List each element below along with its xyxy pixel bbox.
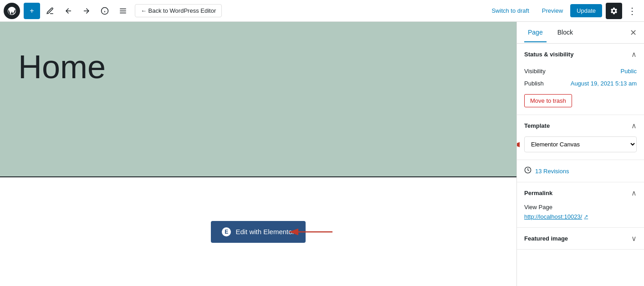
main-layout: Home E Edit with Element xyxy=(0,22,644,286)
tab-page[interactable]: Page xyxy=(524,23,547,42)
more-options-icon: ⋮ xyxy=(628,5,637,16)
featured-image-title: Featured image xyxy=(524,235,568,242)
visibility-label: Visibility xyxy=(524,68,546,75)
update-label: Update xyxy=(577,7,596,14)
info-button[interactable] xyxy=(97,3,113,19)
back-to-wp-editor-button[interactable]: ← Back to WordPress Editor xyxy=(135,4,222,17)
canvas-area: Home E Edit with Element xyxy=(0,22,516,286)
permalink-header[interactable]: Permalink ∧ xyxy=(517,182,644,204)
svg-rect-3 xyxy=(120,8,126,9)
canvas-green-section: Home xyxy=(0,22,516,176)
edit-with-elementor-label: Edit with Elementor xyxy=(235,228,294,236)
revisions-label[interactable]: 13 Revisions xyxy=(535,168,569,175)
publish-value[interactable]: August 19, 2021 5:13 am xyxy=(571,80,637,87)
template-select[interactable]: Elementor Canvas Default Template Elemen… xyxy=(524,136,637,152)
template-select-wrapper: Elementor Canvas Default Template Elemen… xyxy=(524,136,637,152)
status-visibility-section: Status & visibility ∧ Visibility Public … xyxy=(517,44,644,115)
svg-rect-5 xyxy=(120,12,126,13)
template-content: Elementor Canvas Default Template Elemen… xyxy=(517,136,644,160)
permalink-title: Permalink xyxy=(524,190,552,196)
toolbar: + ← Back to WordPress Editor Switch to d… xyxy=(0,0,644,22)
edit-with-elementor-button[interactable]: E Edit with Elementor xyxy=(211,221,305,243)
template-title: Template xyxy=(524,122,550,129)
add-icon: + xyxy=(30,7,34,15)
permalink-link[interactable]: http://localhost:10023/ ↗ xyxy=(524,213,637,220)
visibility-row: Visibility Public xyxy=(524,65,637,77)
back-button-label: ← Back to WordPress Editor xyxy=(141,7,216,14)
status-visibility-title: Status & visibility xyxy=(524,51,573,58)
undo-icon xyxy=(64,7,72,15)
preview-button[interactable]: Preview xyxy=(537,5,568,17)
canvas-content: Home E Edit with Element xyxy=(0,22,516,286)
featured-image-collapse-icon: ∨ xyxy=(631,234,637,243)
list-view-icon xyxy=(119,7,127,15)
preview-label: Preview xyxy=(542,7,563,14)
status-visibility-content: Visibility Public Publish August 19, 202… xyxy=(517,65,644,115)
move-to-trash-label: Move to trash xyxy=(530,97,566,104)
permalink-collapse-icon: ∧ xyxy=(631,189,637,197)
info-icon xyxy=(101,7,109,15)
sidebar-content: Status & visibility ∧ Visibility Public … xyxy=(517,44,644,286)
page-title: Home xyxy=(18,49,498,85)
move-to-trash-button[interactable]: Move to trash xyxy=(524,94,572,107)
template-section: Template ∧ xyxy=(517,115,644,160)
svg-rect-4 xyxy=(120,10,126,11)
update-button[interactable]: Update xyxy=(570,4,602,17)
view-page-label: View Page xyxy=(524,204,637,211)
tab-block[interactable]: Block xyxy=(554,23,577,42)
publish-label: Publish xyxy=(524,80,544,87)
publish-row: Publish August 19, 2021 5:13 am xyxy=(524,77,637,90)
wordpress-icon xyxy=(7,6,16,15)
switch-to-draft-label: Switch to draft xyxy=(491,7,529,14)
revisions-section: 13 Revisions xyxy=(517,160,644,182)
more-options-button[interactable]: ⋮ xyxy=(624,3,640,19)
redo-icon xyxy=(82,7,91,15)
visibility-value[interactable]: Public xyxy=(621,68,637,75)
template-header[interactable]: Template ∧ xyxy=(517,115,644,136)
status-visibility-collapse-icon: ∧ xyxy=(631,50,637,59)
pencil-icon xyxy=(46,7,54,15)
template-collapse-icon: ∧ xyxy=(631,121,637,130)
wp-logo xyxy=(4,3,20,19)
canvas-white-section: E Edit with Elementor xyxy=(0,177,516,286)
switch-to-draft-button[interactable]: Switch to draft xyxy=(486,5,534,17)
undo-button[interactable] xyxy=(60,3,77,19)
elementor-logo-icon: E xyxy=(222,227,231,236)
featured-image-header[interactable]: Featured image ∨ xyxy=(517,228,644,249)
sidebar-close-button[interactable]: ✕ xyxy=(630,29,637,37)
sidebar-tabs: Page Block ✕ xyxy=(517,22,644,44)
external-link-icon: ↗ xyxy=(584,214,588,220)
permalink-url: http://localhost:10023/ xyxy=(524,213,582,220)
featured-image-section: Featured image ∨ xyxy=(517,228,644,250)
list-view-button[interactable] xyxy=(115,3,131,19)
revisions-clock-icon xyxy=(524,166,532,176)
status-visibility-header[interactable]: Status & visibility ∧ xyxy=(517,44,644,65)
permalink-section: Permalink ∧ View Page http://localhost:1… xyxy=(517,182,644,228)
tools-button[interactable] xyxy=(42,3,58,19)
sidebar: Page Block ✕ Status & visibility ∧ Visib… xyxy=(516,22,644,286)
settings-gear-icon xyxy=(610,7,618,15)
add-block-button[interactable]: + xyxy=(24,3,40,19)
revisions-row[interactable]: 13 Revisions xyxy=(517,160,644,182)
redo-button[interactable] xyxy=(78,3,95,19)
permalink-content: View Page http://localhost:10023/ ↗ xyxy=(517,204,644,227)
arrow-to-template-select xyxy=(517,133,520,156)
settings-button[interactable] xyxy=(606,3,622,19)
